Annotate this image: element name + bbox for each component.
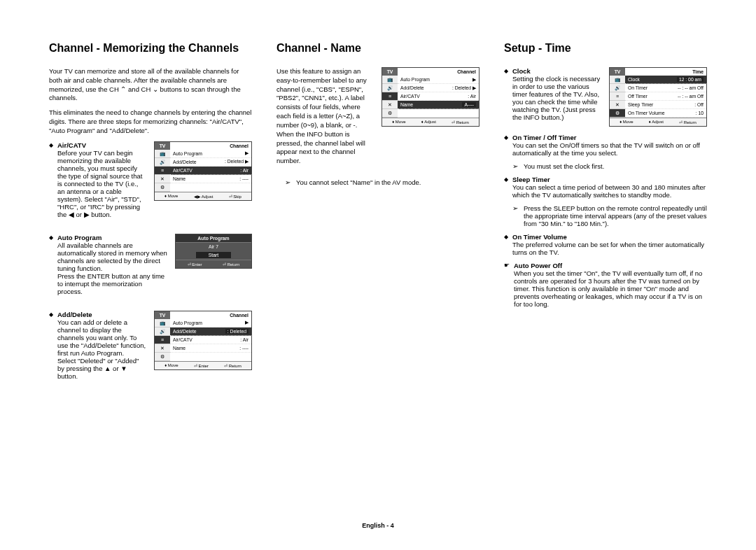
osd-channel-aircatv: TVChannel 📺🔊≡✕⚙ Auto Program▶ Add/Delete…	[154, 141, 252, 201]
bullet-on-off-timer: On Timer / Off Timer You can set the On/…	[504, 134, 707, 157]
note-sleep-button: Press the SLEEP button on the remote con…	[512, 204, 707, 227]
col-channel-memorizing: Channel - Memorizing the Channels Your T…	[49, 42, 252, 395]
osd-channel-adddelete: TVChannel 📺🔊≡✕⚙ Auto Program▶ Add/Delete…	[154, 311, 252, 370]
bullet-on-timer-volume: On Timer Volume The preferred volume can…	[504, 233, 707, 256]
heading-col3: Setup - Time	[504, 42, 707, 55]
bullet-clock: Clock Setting the clock is necessary in …	[504, 67, 602, 121]
note-set-clock: You must set the clock first.	[512, 162, 707, 170]
note-name-av: You cannot select "Name" in the AV mode.	[285, 178, 479, 186]
pointer-auto-power-off: Auto Power Off When you set the timer "O…	[504, 262, 707, 308]
heading-col1: Channel - Memorizing the Channels	[49, 42, 252, 55]
intro-1: Your TV can memorize and store all of th…	[49, 67, 252, 103]
channel-name-text: Use this feature to assign an easy-to-re…	[276, 67, 374, 166]
intro-2: This eliminates the need to change chann…	[49, 108, 252, 135]
osd-auto-program-popup: Auto Program Air 7 Start ⏎ Enter⏎ Return	[175, 234, 252, 269]
bullet-add-delete: Add/Delete You can add or delete a chann…	[49, 311, 147, 380]
col-setup-time: Setup - Time Clock Setting the clock is …	[504, 42, 707, 395]
page-columns: Channel - Memorizing the Channels Your T…	[49, 42, 707, 395]
page-footer: English - 4	[0, 522, 756, 529]
heading-col2: Channel - Name	[276, 42, 479, 55]
col-channel-name: Channel - Name Use this feature to assig…	[276, 42, 479, 395]
bullet-auto-program: Auto Program All available channels are …	[49, 234, 168, 295]
bullet-air-catv: Air/CATV Before your TV can begin memori…	[49, 141, 147, 218]
osd-channel-name: TVChannel 📺🔊≡✕⚙ Auto Program▶ Add/Delete…	[382, 67, 479, 127]
osd-time: TVTime 📺🔊≡✕⚙ Clock12 : 00 am On Timer-- …	[609, 67, 707, 127]
bullet-sleep-timer: Sleep Timer You can select a time period…	[504, 176, 707, 199]
